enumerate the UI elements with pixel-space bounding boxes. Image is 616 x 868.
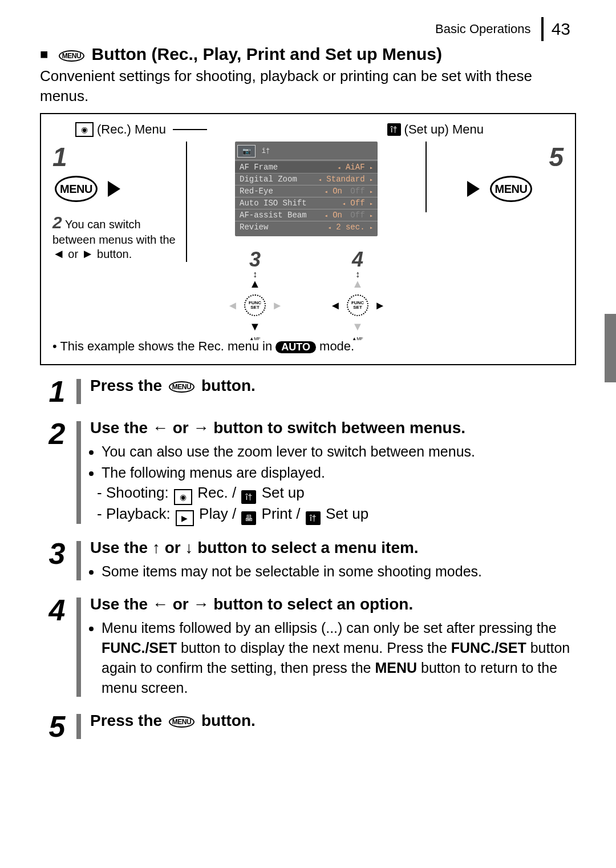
lcd-row: Red-Eye◂ On Off ▸	[235, 185, 378, 197]
arrow-down-icon: ▼	[249, 320, 261, 333]
shooting-label: Shooting:	[106, 484, 169, 501]
step2-bullet-0: You can also use the zoom lever to switc…	[102, 442, 576, 462]
lcd-row: AF Frame◂ AiAF ▸	[235, 162, 378, 173]
shooting-setup: Set up	[262, 484, 305, 501]
step-2: 2 Use the ← or → button to switch betwee…	[40, 419, 576, 526]
lcd-tab-setup: î†	[257, 145, 275, 158]
menu-icon: MENU	[59, 50, 84, 62]
diagram-step-4: 4	[352, 248, 363, 272]
camera-lcd: 📷 î† AF Frame◂ AiAF ▸Digital Zoom◂ Stand…	[235, 142, 378, 236]
shooting-rec: Rec. /	[197, 484, 236, 501]
camera-icon-small: ◉	[174, 489, 192, 505]
bullet-icon: ■	[40, 46, 48, 62]
arrow-left-icon-2: ◄	[330, 299, 341, 312]
footnote-text-b: mode.	[316, 339, 354, 353]
page-header: Basic Operations 43	[40, 17, 576, 41]
tools-icon: î†	[387, 123, 401, 136]
step-4: 4 Use the ← or → button to select an opt…	[40, 595, 576, 699]
step-num: 1	[40, 377, 74, 406]
diagram-step-1: 1	[52, 142, 178, 172]
dpad-horizontal: ▲ ▼ ◄ ► FUNC SET ▲MF	[332, 280, 383, 331]
print-icon: 🖶	[241, 511, 256, 525]
arrow-up-faded-icon: ▲	[352, 277, 363, 290]
step-num: 5	[40, 712, 74, 741]
side-tab	[605, 314, 616, 382]
arrow-right-faded-icon: ►	[271, 299, 283, 312]
step3-head: Use the ↑ or ↓ button to select a menu i…	[90, 539, 576, 557]
playback-setup: Set up	[326, 505, 368, 522]
step-num: 2	[40, 419, 74, 526]
title-text: Button (Rec., Play, Print and Set up Men…	[92, 45, 443, 63]
func-set-icon-2: FUNC SET	[347, 294, 368, 316]
lcd-tab-rec: 📷	[237, 145, 256, 158]
arrow-right-small-icon: ►	[82, 247, 94, 261]
arrow-right-icon-2	[467, 181, 480, 197]
step1-head-b: button.	[197, 377, 256, 394]
arrow-right-icon	[108, 181, 120, 197]
menu-icon-inline: MENU	[169, 381, 194, 393]
tools-icon-small: î†	[241, 490, 256, 504]
lcd-row: Digital Zoom◂ Standard ▸	[235, 173, 378, 185]
step2-text-b: or	[65, 248, 82, 260]
diagram: ◉ (Rec.) Menu î† (Set up) Menu 1 MENU 2 …	[40, 113, 576, 365]
arrow-right-icon-2: ►	[374, 299, 386, 312]
step-1: 1 Press the MENU button.	[40, 377, 576, 406]
steps-list: 1 Press the MENU button. 2 Use the ← or …	[40, 377, 576, 741]
step2-text-a: You can switch between menus with the	[52, 218, 176, 246]
step5-head-a: Press the	[90, 712, 167, 729]
diagram-footnote: • This example shows the Rec. menu in AU…	[52, 339, 564, 354]
lcd-row: Auto ISO Shift◂ Off ▸	[235, 197, 378, 209]
step5-head-b: button.	[197, 712, 256, 729]
tools-icon-small-2: î†	[306, 511, 321, 525]
intro-text: Convenient settings for shooting, playba…	[40, 66, 576, 106]
arrow-left-faded-icon: ◄	[227, 299, 238, 312]
step-num: 3	[40, 539, 74, 583]
menu-button-icon-2: MENU	[490, 176, 533, 202]
section-name: Basic Operations	[435, 22, 531, 36]
step4-head: Use the ← or → button to select an optio…	[90, 595, 576, 613]
step-5: 5 Press the MENU button.	[40, 712, 576, 741]
playback-play: Play /	[199, 505, 236, 522]
lcd-row: Review◂ 2 sec. ▸	[235, 221, 378, 233]
step2-bullet-1: The following menus are displayed.	[102, 463, 576, 483]
rec-menu-label: (Rec.) Menu	[97, 122, 166, 137]
step3-bullet-0: Some items may not be selectable in some…	[102, 562, 576, 582]
playback-print: Print /	[262, 505, 301, 522]
arrow-up-icon: ▲	[249, 277, 261, 290]
menu-button-icon: MENU	[55, 176, 98, 202]
dpad-vertical: ▲ ▼ ◄ ► FUNC SET ▲MF	[229, 280, 281, 331]
auto-pill: AUTO	[275, 341, 316, 353]
step2-head: Use the ← or → button to switch between …	[90, 419, 576, 437]
lcd-row: AF-assist Beam◂ On Off ▸	[235, 209, 378, 221]
menu-icon-inline-2: MENU	[169, 716, 194, 728]
step-num: 4	[40, 595, 74, 699]
func-set-icon: FUNC SET	[244, 294, 266, 316]
step4-bullet-0: Menu items followed by an ellipsis (...)…	[102, 618, 576, 698]
diagram-step-3: 3	[249, 248, 261, 272]
camera-icon: ◉	[75, 122, 94, 137]
footnote-text-a: This example shows the Rec. menu in	[60, 339, 275, 353]
page-title: ■ MENU Button (Rec., Play, Print and Set…	[40, 45, 576, 64]
playback-label: Playback:	[106, 505, 171, 522]
page-number: 43	[541, 17, 570, 41]
arrow-down-faded-icon: ▼	[352, 320, 363, 333]
play-icon: ▶	[176, 510, 194, 526]
diagram-step-5: 5	[438, 142, 564, 172]
step-3: 3 Use the ↑ or ↓ button to select a menu…	[40, 539, 576, 583]
step2-text-c: button.	[94, 248, 132, 260]
diagram-step-2: 2	[52, 213, 62, 232]
arrow-left-icon: ◄	[52, 247, 65, 261]
setup-menu-label: (Set up) Menu	[404, 122, 484, 137]
step1-head-a: Press the	[90, 377, 167, 394]
